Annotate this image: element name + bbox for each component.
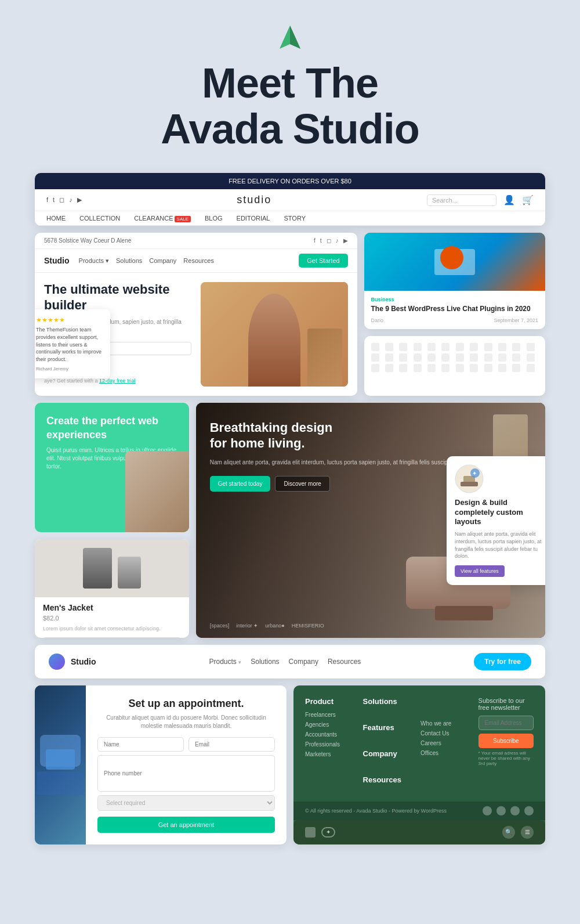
nav-story[interactable]: STORY: [284, 215, 306, 222]
get-started-nav-button[interactable]: Get Started: [299, 254, 347, 268]
bottom-bar-left: ✦: [305, 827, 335, 838]
footer-offices[interactable]: Offices: [420, 750, 467, 756]
footer-who-we-are[interactable]: Who we are: [420, 720, 467, 727]
studio-mock: 5678 Solstice Way Coeur D Alene f t ◻ ♪ …: [35, 233, 357, 396]
nav-home[interactable]: HOME: [46, 215, 66, 222]
search-box[interactable]: Search...: [427, 194, 496, 206]
icon-item: [399, 364, 407, 372]
blog-card-body: Business The 9 Best WordPress Live Chat …: [364, 291, 545, 329]
footer-tw-icon[interactable]: [496, 806, 506, 815]
icon-item: [385, 364, 393, 372]
fb-icon: f: [46, 196, 48, 204]
blog-meta: Dario September 7, 2021: [371, 317, 538, 323]
appointment-desc: Curabitur aliquet quam id du posuere Mor…: [97, 714, 275, 730]
promo-title: Create the perfect web experiences: [46, 414, 177, 442]
design-card-illustration: ✦: [455, 464, 484, 493]
appointment-submit-button[interactable]: Get an appointment: [97, 817, 275, 833]
blog-card-image: ⌨️: [364, 233, 545, 291]
newsletter-email-input[interactable]: [478, 716, 534, 730]
icon-item: [527, 343, 535, 351]
people-photo: [125, 451, 189, 532]
get-started-btn[interactable]: Get started today: [210, 476, 271, 492]
icon-item: [441, 364, 449, 372]
icon-item: [512, 364, 520, 372]
icons-grid-card: [364, 336, 545, 396]
nav-items: Products ▾ Solutions Company Resources: [209, 658, 361, 666]
nav-products-item[interactable]: Products ▾: [209, 658, 242, 666]
icon-item: [456, 353, 464, 362]
footer-ig-icon[interactable]: [510, 806, 520, 815]
menu-bottom-icon[interactable]: ☰: [521, 826, 534, 839]
nav-editorial[interactable]: EDITORIAL: [237, 215, 270, 222]
footer-freelancers[interactable]: Freelancers: [305, 712, 351, 718]
name-field[interactable]: [97, 737, 184, 752]
icon-item: [456, 343, 464, 351]
view-features-button[interactable]: View all features: [455, 565, 505, 577]
footer-fb-icon[interactable]: [483, 806, 492, 815]
appointment-image: [35, 685, 86, 844]
icon-item: [484, 364, 492, 372]
footer-social-icons: [483, 806, 534, 815]
design-card-title: Design & build completely custom layouts: [455, 498, 543, 528]
subscribe-button[interactable]: Subscribe: [478, 734, 534, 748]
nav-solutions[interactable]: Solutions: [116, 257, 142, 265]
footer-marketers[interactable]: Marketers: [305, 751, 351, 757]
left-col-row3: Create the perfect web experiences Quisi…: [35, 403, 189, 638]
icon-item: [441, 343, 449, 351]
nav-resources[interactable]: Resources: [183, 257, 214, 265]
try-for-free-button[interactable]: Try for free: [474, 653, 531, 670]
icon-item: [385, 353, 393, 362]
partner-logos: [spaces] interior ✦ urbano● HEMISFERIO: [210, 623, 324, 629]
name-email-row: [97, 737, 275, 752]
testimonial-author: Richard Jeremy: [36, 366, 103, 371]
nav-blog[interactable]: BLOG: [205, 215, 223, 222]
green-promo-card: Create the perfect web experiences Quisi…: [35, 403, 189, 532]
nav-company-item[interactable]: Company: [289, 658, 318, 666]
person-hero-silhouette: [248, 294, 300, 387]
nav-solutions-item[interactable]: Solutions: [251, 658, 279, 666]
user-icon[interactable]: 👤: [503, 194, 515, 205]
nav-company[interactable]: Company: [149, 257, 176, 265]
blog-date: September 7, 2021: [494, 317, 538, 323]
nav-products[interactable]: Products ▾: [79, 257, 109, 265]
glove-visual: [40, 735, 81, 767]
studio-nav: Studio Products ▾ Solutions Company Reso…: [35, 249, 357, 273]
footer-careers[interactable]: Careers: [420, 740, 467, 746]
product-desc: Lorem ipsum dolor sit amet consectetur a…: [43, 625, 181, 633]
footer-accountants[interactable]: Accountants: [305, 731, 351, 738]
footer-contact[interactable]: Contact Us: [420, 730, 467, 737]
newsletter-title: Subscribe to our free newsletter: [478, 697, 534, 711]
product-card: Men's Jacket $82.0 Lorem ipsum dolor sit…: [35, 539, 189, 638]
phone-field[interactable]: [97, 755, 275, 792]
nav-right: Search... 👤 🛒: [427, 194, 534, 206]
logo-hemisferio: HEMISFERIO: [292, 623, 324, 629]
icon-item: [371, 353, 379, 362]
footer-col-product: Product Freelancers Agencies Accountants…: [305, 697, 351, 790]
home-design-section: Breathtaking design for home living. Nam…: [196, 403, 545, 638]
footer-agencies[interactable]: Agencies: [305, 721, 351, 728]
icon-item: [414, 364, 422, 372]
products-chevron: ▾: [238, 659, 241, 665]
footer-professionals[interactable]: Professionals: [305, 741, 351, 748]
svg-text:✦: ✦: [472, 470, 477, 477]
footer-company-links: Who we are Contact Us Careers Offices: [420, 720, 467, 756]
service-selector[interactable]: Select required: [97, 795, 275, 811]
logo-spaces: [spaces]: [210, 623, 230, 629]
discover-more-btn[interactable]: Discover more: [275, 476, 329, 492]
search-bottom-icon[interactable]: 🔍: [502, 826, 515, 839]
email-field[interactable]: [188, 737, 275, 752]
cart-icon[interactable]: 🛒: [522, 194, 534, 205]
grid-icon[interactable]: [305, 827, 316, 838]
blog-title[interactable]: The 9 Best WordPress Live Chat Plugins i…: [371, 305, 538, 314]
main-title: Meet The Avada Studio: [161, 60, 419, 152]
footer-yt-icon[interactable]: [524, 806, 534, 815]
store-subnav: HOME COLLECTION CLEARANCESALE BLOG EDITO…: [35, 211, 545, 226]
avada-logo-icon: [275, 23, 305, 53]
studio-mock-header: 5678 Solstice Way Coeur D Alene f t ◻ ♪ …: [35, 233, 357, 249]
nav-resources-item[interactable]: Resources: [328, 658, 361, 666]
announcement-text: FREE DELIVERY ON ORDERS OVER $80: [229, 178, 351, 185]
nav-clearance[interactable]: CLEARANCESALE: [134, 215, 191, 222]
size-selector[interactable]: Select size S M L XL: [43, 637, 181, 638]
trial-link[interactable]: 12-day free trial: [99, 378, 136, 384]
nav-collection[interactable]: COLLECTION: [79, 215, 120, 222]
